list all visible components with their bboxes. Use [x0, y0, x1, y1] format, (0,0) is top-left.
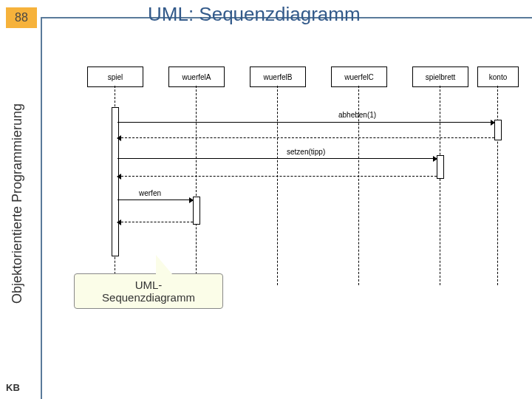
obj-wuerfelC: wuerfelC: [331, 66, 387, 87]
activation-wuerfelA: [193, 197, 200, 225]
return-werfen: [117, 222, 193, 222]
page-number-badge: 88: [6, 7, 37, 28]
slide-title: UML: Sequenzdiagramm: [148, 3, 361, 26]
msg-abheben: abheben(1): [338, 111, 376, 119]
sidebar-label: Objektorientierte Programmierung: [10, 103, 26, 303]
lifeline-konto: [497, 86, 498, 285]
obj-konto: konto: [477, 66, 519, 87]
callout: UML- Sequenzdiagramm: [74, 273, 223, 309]
sidebar: Objektorientierte Programmierung: [6, 44, 30, 362]
obj-spiel: spiel: [87, 66, 143, 87]
left-divider: [41, 17, 42, 399]
lifeline-wuerfelA: [196, 86, 197, 285]
msg-setzen: setzen(tipp): [287, 148, 325, 156]
obj-spielbrett: spielbrett: [412, 66, 468, 87]
msg-werfen: werfen: [139, 189, 161, 197]
footer-initials: KB: [6, 382, 20, 393]
return-abheben: [117, 137, 494, 138]
callout-text: UML- Sequenzdiagramm: [102, 279, 195, 304]
activation-spielbrett: [437, 155, 444, 179]
page-number: 88: [15, 11, 28, 24]
activation-konto: [494, 120, 502, 140]
arrow-abheben: [117, 122, 494, 123]
arrow-werfen: [117, 200, 193, 200]
activation-spiel: [112, 107, 119, 256]
lifeline-wuerfelB: [277, 86, 278, 285]
lifeline-spielbrett: [440, 86, 440, 285]
arrow-setzen: [117, 158, 437, 159]
return-setzen: [117, 176, 437, 177]
sequence-diagram: spiel wuerfelA wuerfelB wuerfelC spielbr…: [65, 66, 519, 288]
slide: 88 UML: Sequenzdiagramm Objektorientiert…: [0, 0, 532, 399]
obj-wuerfelA: wuerfelA: [168, 66, 225, 87]
obj-wuerfelB: wuerfelB: [250, 66, 306, 87]
